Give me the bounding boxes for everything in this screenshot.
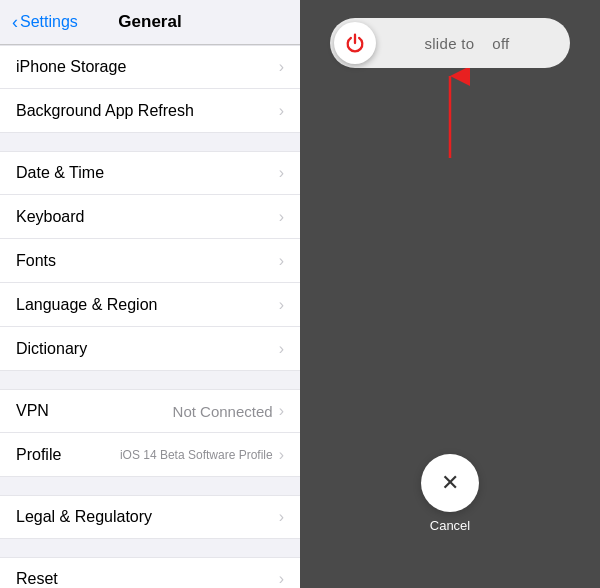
chevron-right-icon: › bbox=[279, 508, 284, 526]
profile-value: iOS 14 Beta Software Profile bbox=[120, 448, 273, 462]
cancel-container: ✕ Cancel bbox=[421, 454, 479, 533]
fonts-label: Fonts bbox=[16, 252, 56, 270]
red-arrow-up-icon bbox=[430, 68, 470, 168]
power-icon bbox=[344, 32, 366, 54]
chevron-right-icon: › bbox=[279, 296, 284, 314]
settings-group-1: iPhone Storage › Background App Refresh … bbox=[0, 45, 300, 133]
chevron-right-icon: › bbox=[279, 252, 284, 270]
list-item[interactable]: Date & Time › bbox=[0, 151, 300, 195]
power-knob bbox=[334, 22, 376, 64]
cancel-button[interactable]: ✕ bbox=[421, 454, 479, 512]
chevron-right-icon: › bbox=[279, 58, 284, 76]
slide-to-power-off[interactable]: slide to off bbox=[330, 18, 570, 68]
left-panel: ‹ Settings General iPhone Storage › Back… bbox=[0, 0, 300, 588]
list-item[interactable]: Legal & Regulatory › bbox=[0, 495, 300, 539]
settings-group-5: Reset › bbox=[0, 557, 300, 588]
chevron-right-icon: › bbox=[279, 102, 284, 120]
settings-group-2: Date & Time › Keyboard › Fonts › Languag… bbox=[0, 151, 300, 371]
list-item[interactable]: iPhone Storage › bbox=[0, 45, 300, 89]
list-item[interactable]: Dictionary › bbox=[0, 327, 300, 371]
chevron-right-icon: › bbox=[279, 340, 284, 358]
settings-group-3: VPN Not Connected › Profile iOS 14 Beta … bbox=[0, 389, 300, 477]
settings-list: iPhone Storage › Background App Refresh … bbox=[0, 45, 300, 588]
list-item[interactable]: Language & Region › bbox=[0, 283, 300, 327]
settings-group-4: Legal & Regulatory › bbox=[0, 495, 300, 539]
chevron-right-icon: › bbox=[279, 402, 284, 420]
reset-label: Reset bbox=[16, 570, 58, 588]
chevron-right-icon: › bbox=[279, 208, 284, 226]
date-time-label: Date & Time bbox=[16, 164, 104, 182]
legal-label: Legal & Regulatory bbox=[16, 508, 152, 526]
keyboard-label: Keyboard bbox=[16, 208, 85, 226]
cancel-x-icon: ✕ bbox=[441, 470, 459, 496]
right-panel: slide to off ✕ Cancel bbox=[300, 0, 600, 588]
list-item[interactable]: Profile iOS 14 Beta Software Profile › bbox=[0, 433, 300, 477]
bg-app-refresh-label: Background App Refresh bbox=[16, 102, 194, 120]
slide-text: slide to off bbox=[376, 35, 566, 52]
back-button[interactable]: ‹ Settings bbox=[12, 13, 78, 31]
back-label: Settings bbox=[20, 13, 78, 31]
vpn-value: Not Connected bbox=[173, 403, 273, 420]
list-item[interactable]: Background App Refresh › bbox=[0, 89, 300, 133]
dictionary-label: Dictionary bbox=[16, 340, 87, 358]
vpn-label: VPN bbox=[16, 402, 49, 420]
chevron-right-icon: › bbox=[279, 164, 284, 182]
profile-label: Profile bbox=[16, 446, 61, 464]
chevron-right-icon: › bbox=[279, 446, 284, 464]
list-item[interactable]: VPN Not Connected › bbox=[0, 389, 300, 433]
page-title: General bbox=[118, 12, 181, 32]
list-item[interactable]: Fonts › bbox=[0, 239, 300, 283]
cancel-label: Cancel bbox=[430, 518, 470, 533]
chevron-right-icon: › bbox=[279, 570, 284, 588]
back-chevron-icon: ‹ bbox=[12, 13, 18, 31]
nav-header: ‹ Settings General bbox=[0, 0, 300, 45]
iphone-storage-label: iPhone Storage bbox=[16, 58, 126, 76]
list-item[interactable]: Keyboard › bbox=[0, 195, 300, 239]
language-region-label: Language & Region bbox=[16, 296, 157, 314]
list-item[interactable]: Reset › bbox=[0, 557, 300, 588]
